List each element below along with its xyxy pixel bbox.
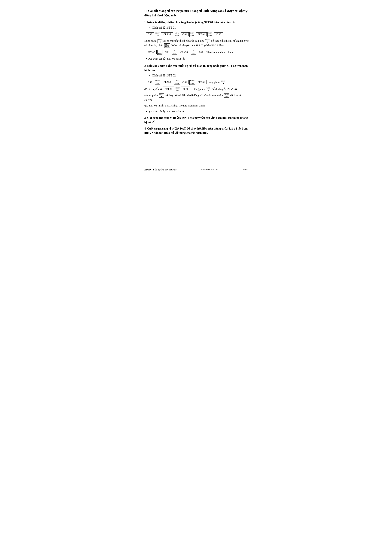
- section-title-underline: Cài đặt thông số cân (setpoint):: [148, 9, 189, 13]
- class-box-1: CLASS: [161, 32, 173, 36]
- val-10.00-1: 10.00: [214, 32, 223, 36]
- menu-enter-key-1: MENU Enter: [155, 32, 161, 37]
- menu-enter-key-5: MENU Enter: [155, 80, 161, 85]
- menu-key-inline-1: MENU Enter: [164, 43, 170, 48]
- sequence-3: 0.00 MENU Enter CLASS MENU Enter C 01 ME…: [146, 80, 249, 85]
- val-c01-3: C 01: [181, 80, 189, 84]
- menu-key-inline-2: MENU Enter: [224, 93, 229, 98]
- menu-enter-key-2: MENU Enter: [174, 32, 180, 37]
- val-c01-2: C 01: [163, 50, 171, 54]
- item3-title: 3. Gạt công tắc sang vị trí ỔN ĐỊNH cho …: [144, 116, 249, 124]
- item1-title: 1. Nếu cân dư hay thiếu chỉ cần giảm hoặ…: [144, 20, 249, 24]
- item2-complete: Quá trình cài đặt SET 02 hoàn tất.: [146, 109, 249, 114]
- item2-bullet: Cách cài đặt SET 02:: [152, 73, 249, 78]
- section-number: II.: [144, 9, 147, 13]
- tare-key-inline-2: TARE ◄: [206, 87, 211, 91]
- item2-title: 2. Nếu cân chậm hoặc cân thiếu kg rồi xả…: [144, 64, 249, 72]
- para2-line1: để di chuyển tới SET 02 MENU Enter 08.00…: [144, 87, 249, 92]
- print-key-inline-2: PRINT ▲: [221, 80, 226, 84]
- menu-enter-key-7: MENU Enter: [189, 80, 195, 85]
- esc-key-1: →0← ESC: [157, 50, 163, 55]
- val-set01-2: SET 01: [196, 80, 207, 84]
- val-set01-1: SET 01: [196, 32, 207, 36]
- footer-center: ĐT: 0919.505.284: [201, 168, 219, 171]
- footer-left: HDSD – Bảo dưỡng cân đóng gói: [144, 168, 177, 171]
- class-box-2: CLASS: [178, 50, 190, 54]
- val-c01-1: C 01: [181, 32, 189, 36]
- esc-key-3: →0← ESC: [191, 50, 196, 55]
- footer-right: Page 2: [243, 168, 249, 171]
- item1-complete: Quá trình cài đặt SET 01 hoàn tất.: [146, 56, 249, 61]
- val-0.00-1: 0.00: [146, 32, 154, 36]
- item4-title: 4. Cuối ca gạt sang vị trí XẢ ĐÁY để chạ…: [144, 126, 249, 135]
- menu-enter-key-4: MENU Enter: [207, 32, 213, 37]
- menu-enter-key-inline-8: MENU Enter: [175, 87, 181, 91]
- val-08.00-inline: 08.00: [181, 87, 190, 92]
- footer: HDSD – Bảo dưỡng cân đóng gói ĐT: 0919.5…: [144, 167, 249, 171]
- seq2-note: Thoát ra màn hình chính.: [207, 51, 233, 54]
- menu-enter-key-3: MENU Enter: [189, 32, 195, 37]
- print-key-inline-1: PRINT ▲: [205, 39, 210, 43]
- para1: Dùng phím TARE ◄ để di chuyển tới số cần…: [144, 39, 249, 48]
- sequence-1: 0.00 MENU Enter CLASS MENU Enter C 01 ME…: [146, 32, 249, 37]
- print-key-inline-3: PRINT ▲: [159, 93, 164, 98]
- val-0.00-2: 0.00: [197, 50, 205, 54]
- para2-line2: sửa và phím PRINT ▲ để thay đổi số. Khi …: [144, 93, 249, 102]
- sequence-2: SET 02 →0← ESC C 01 →0← ESC CLASS →0← ES…: [146, 50, 249, 55]
- menu-enter-key-6: MENU Enter: [174, 80, 180, 85]
- esc-key-2: →0← ESC: [172, 50, 177, 55]
- seq3-note: dùng phím: [208, 81, 220, 84]
- section-title: II. Cài đặt thông số cân (setpoint): Thô…: [144, 9, 249, 18]
- val-0.00-3: 0.00: [146, 80, 154, 84]
- class-box-3: CLASS: [161, 80, 173, 84]
- val-set02-2: SET 02: [146, 50, 157, 54]
- para2-line3: qua SET 03 (nhấn ESC 3 lần). Thoát ra mà…: [144, 104, 249, 108]
- val-set02-inline: SET 02: [163, 87, 174, 92]
- item1-bullet: Cách cài đặt SET 01:: [152, 25, 249, 30]
- tare-key-inline-1: TARE ◄: [158, 39, 162, 43]
